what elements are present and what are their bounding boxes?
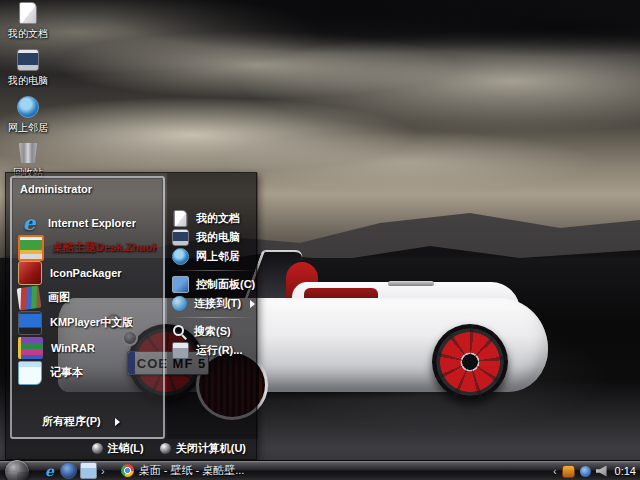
network-icon[interactable]: [580, 466, 591, 477]
recycle-bin-icon: [18, 143, 38, 163]
system-tray: ‹ 0:14: [553, 461, 636, 480]
start-menu-paint[interactable]: 画图: [12, 285, 163, 310]
taskbar: › 桌面 - 壁纸 - 桌酷壁... ‹ 0:14: [0, 460, 640, 480]
desktop-icon-my-computer[interactable]: 我的电脑: [2, 49, 54, 95]
start-menu-item-label: 控制面板(C): [196, 277, 255, 292]
start-menu-item-label: 我的文档: [196, 211, 240, 226]
my-documents-icon: [19, 2, 37, 24]
start-menu-control-panel[interactable]: 控制面板(C): [167, 275, 258, 294]
internet-explorer-icon: [18, 212, 40, 234]
my-computer-icon: [17, 49, 39, 71]
zhuoku-theme-icon: [18, 235, 44, 261]
start-menu-item-label: 我的电脑: [196, 230, 240, 245]
desktop-screen: COE MF 5 我的文档 我的电脑 网上邻居 回收站 Administrato…: [0, 0, 640, 480]
all-programs-label: 所有程序(P): [42, 414, 101, 429]
start-menu-power-row: 注销(L) 关闭计算机(U): [92, 441, 246, 456]
iconpackager-icon: [18, 261, 42, 285]
start-menu-item-label: 搜索(S): [194, 324, 231, 339]
start-menu-item-label: Internet Explorer: [48, 217, 136, 229]
browser-icon: [121, 464, 134, 477]
my-computer-icon: [172, 229, 189, 246]
desktop-icon-label: 我的电脑: [8, 74, 48, 88]
desktop-icon-network-places[interactable]: 网上邻居: [2, 96, 54, 142]
start-menu-my-computer[interactable]: 我的电脑: [167, 228, 258, 247]
start-menu-right-panel: 我的文档 我的电脑 网上邻居 控制面板(C) 连接到(T): [167, 173, 258, 439]
security-alert-icon[interactable]: [562, 465, 575, 478]
volume-icon[interactable]: [596, 466, 607, 477]
start-menu-item-label: WinRAR: [51, 342, 95, 354]
all-programs-button[interactable]: 所有程序(P): [12, 414, 163, 429]
notepad-icon: [18, 361, 42, 385]
tray-icon-group: [562, 461, 607, 480]
desktop-icon-label: 我的文档: [8, 27, 48, 41]
car-rear-wheel: [432, 324, 508, 400]
start-menu-item-label: 记事本: [50, 365, 83, 380]
paint-icon: [17, 285, 42, 310]
start-menu-my-documents[interactable]: 我的文档: [167, 209, 258, 228]
tray-collapse-chevron[interactable]: ‹: [553, 465, 557, 477]
ie-window-icon[interactable]: [80, 462, 97, 479]
shut-down-button[interactable]: 关闭计算机(U): [160, 441, 246, 456]
start-menu-zhuoku-theme[interactable]: 桌酷主题Desk.ZhuoKu.Com: [12, 235, 163, 260]
desktop-icon-column: 我的文档 我的电脑 网上邻居 回收站: [2, 2, 54, 190]
my-documents-icon: [174, 210, 188, 227]
internet-explorer-icon[interactable]: [42, 463, 57, 478]
media-player-icon[interactable]: [60, 462, 77, 479]
start-menu-item-label: KMPlayer中文版: [50, 315, 133, 330]
quick-launch-overflow-chevron[interactable]: ›: [101, 465, 105, 477]
start-menu-notepad[interactable]: 记事本: [12, 360, 163, 385]
control-panel-icon: [172, 276, 189, 293]
pinned-programs-list: Internet Explorer 桌酷主题Desk.ZhuoKu.Com Ic…: [12, 210, 163, 385]
taskbar-clock: 0:14: [615, 465, 636, 477]
desktop-icon-my-documents[interactable]: 我的文档: [2, 2, 54, 48]
chevron-right-icon: [115, 418, 120, 426]
start-menu: Administrator Internet Explorer 桌酷主题Desk…: [5, 172, 257, 460]
shut-down-icon: [160, 443, 171, 454]
taskbar-task-button[interactable]: 桌面 - 壁纸 - 桌酷壁...: [115, 462, 251, 480]
winrar-icon: [18, 337, 43, 359]
start-menu-left-panel: Administrator Internet Explorer 桌酷主题Desk…: [10, 176, 165, 439]
run-icon: [172, 342, 189, 359]
start-menu-item-label: 网上邻居: [196, 249, 240, 264]
start-menu-item-label: 桌酷主题Desk.ZhuoKu.Com: [52, 240, 157, 255]
desktop-icon-label: 网上邻居: [8, 121, 48, 135]
start-menu-item-label: 运行(R)...: [196, 343, 242, 358]
quick-launch-bar: [42, 462, 97, 479]
start-menu-iconpackager[interactable]: IconPackager: [12, 260, 163, 285]
network-places-icon: [172, 248, 189, 265]
log-off-button[interactable]: 注销(L): [92, 441, 144, 456]
start-menu-kmplayer[interactable]: KMPlayer中文版: [12, 310, 163, 335]
connect-to-icon: [172, 296, 187, 311]
start-menu-item-label: 连接到(T): [194, 296, 241, 311]
start-menu-item-label: 画图: [48, 290, 70, 305]
log-off-label: 注销(L): [108, 441, 144, 456]
start-menu-search[interactable]: 搜索(S): [167, 322, 258, 341]
shut-down-label: 关闭计算机(U): [176, 441, 246, 456]
start-menu-network-places[interactable]: 网上邻居: [167, 247, 258, 266]
task-button-label: 桌面 - 壁纸 - 桌酷壁...: [139, 463, 245, 478]
start-menu-run[interactable]: 运行(R)...: [167, 341, 258, 360]
start-menu-internet-explorer[interactable]: Internet Explorer: [12, 210, 163, 235]
log-off-icon: [92, 443, 103, 454]
start-menu-item-label: IconPackager: [50, 267, 122, 279]
network-places-icon: [17, 96, 39, 118]
car-side-vent: [388, 281, 434, 286]
start-menu-connect-to[interactable]: 连接到(T): [167, 294, 258, 313]
start-menu-winrar[interactable]: WinRAR: [12, 335, 163, 360]
search-icon: [172, 324, 187, 339]
system-places-list: 我的文档 我的电脑 网上邻居 控制面板(C) 连接到(T): [167, 209, 258, 360]
start-button[interactable]: [5, 460, 29, 480]
kmplayer-icon: [18, 311, 42, 335]
start-menu-username: Administrator: [12, 178, 163, 195]
